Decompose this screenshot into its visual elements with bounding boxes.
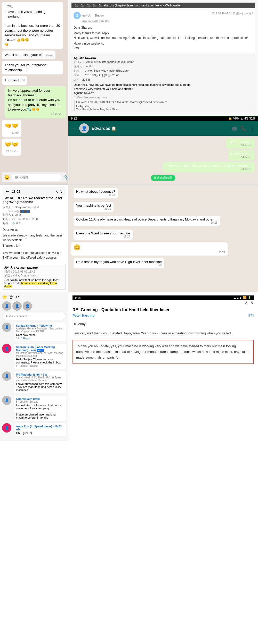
down-icon[interactable]: ∨ bbox=[251, 300, 254, 306]
message-time: 18:35 bbox=[76, 193, 115, 196]
avatar: 👤 bbox=[23, 301, 32, 311]
email-body: Hi Jenny, I am very well thank you. Bela… bbox=[72, 321, 254, 336]
more-icon[interactable]: ⋮ bbox=[250, 125, 254, 131]
sender-row: Peter Harding 详情 bbox=[72, 313, 254, 318]
message-text: Thank you for your fantastic relationshi… bbox=[5, 63, 60, 72]
message-text: I'm very appreciated for your feedback T… bbox=[8, 88, 63, 112]
message-emoji: 🤜🤝 bbox=[5, 122, 19, 130]
down-icon[interactable]: ∨ bbox=[60, 189, 63, 194]
message-time: 21:49 ✓✓ bbox=[8, 112, 63, 116]
comment-text: Ghanshyam patel 5 · Enable · 1m ago I wo… bbox=[14, 396, 66, 421]
email-laser-panel: ← 18:02 ∧ ∨ FW: RE: RE: Re:we received t… bbox=[0, 185, 68, 292]
virus-free: 🛡 Virus-free www.avast.com bbox=[74, 96, 253, 99]
list-item: Hello Edvardas. 14:14 ✓✓ bbox=[226, 138, 255, 149]
body-name: Petr bbox=[74, 46, 253, 50]
list-item: Thank you for your fantastic relationshi… bbox=[2, 61, 63, 74]
list-item: 🤜🤝 21:50 bbox=[2, 120, 21, 137]
agustin-cc: 抄送： Javier Baschwitz <javier@brs...es> bbox=[74, 69, 253, 73]
wa-messages: Hello Edvardas. 14:14 ✓✓ How aee you? 14… bbox=[68, 136, 258, 184]
message-text: We all appreciate your efforts....: bbox=[5, 53, 53, 57]
list-item: 👤 Md Masudui Islam · 1st Sheet Metal Mol… bbox=[2, 371, 66, 393]
more-icon[interactable]: ⋮ bbox=[21, 294, 25, 299]
message-time: 21:52 ✓✓ bbox=[5, 149, 19, 153]
body-greeting: Dear Sharon, bbox=[74, 25, 253, 30]
status-icons: 🔒 VPN ▲ 4G 31% bbox=[228, 117, 255, 120]
comment-text: Anita Zou (LoSpeed Laser) · 10:32 AM Oh.… bbox=[14, 423, 66, 436]
message-time: 19:24 bbox=[74, 251, 225, 254]
back-arrow[interactable]: ← bbox=[72, 126, 77, 131]
back-arrow[interactable]: ← bbox=[72, 300, 77, 306]
right-panel: RE: RE: RE: RE: RE: sharon@lospeedlaser.… bbox=[68, 0, 258, 184]
email-nav-bar: ← 18:02 ∧ ∨ bbox=[3, 187, 66, 196]
comment-actions: 5 · Enable · 1d ago bbox=[16, 365, 64, 367]
avatar: 👤 bbox=[2, 423, 11, 433]
battery-icon: 🔋 bbox=[248, 296, 251, 299]
to-label: 收件人： bbox=[82, 14, 94, 17]
list-item: I'm a first in my region who have High-l… bbox=[74, 258, 164, 268]
back-arrow[interactable]: ← bbox=[5, 189, 10, 194]
wa-header: ← 👤 Edvardas 📋 📹 📞 ⋮ bbox=[68, 121, 258, 136]
up-icon[interactable]: ∧ bbox=[245, 300, 248, 306]
agustin-body: Dear Anita, now that we have the right f… bbox=[74, 83, 253, 95]
email-date-mini: 2019-08-19 02:02:25 (星一) 约时对? bbox=[211, 12, 253, 19]
call-icon[interactable]: 📞 bbox=[240, 125, 246, 131]
email-date: 时间： 2018年7月1日 22:20 bbox=[3, 217, 66, 221]
avatar: 👤 bbox=[2, 323, 11, 332]
email-laser-body: Dear Anita, We made already many tests, … bbox=[3, 227, 66, 260]
list-item: Hi, what about frequency? 18:35 bbox=[74, 188, 118, 198]
status-bar: 9:18 ▲▲▲ 📶 🔋 bbox=[72, 295, 254, 300]
comment-body: I would like to inform you that I am a c… bbox=[16, 404, 64, 419]
commenter-role: Sheet Metal Mold, Plastic Mold & Spare p… bbox=[16, 376, 64, 382]
add-comment-input[interactable]: Add a comment... bbox=[2, 313, 66, 320]
list-item: 🤝🤝 21:52 ✓✓ bbox=[2, 139, 21, 156]
avatar: S bbox=[74, 12, 81, 19]
video-icon[interactable]: 📹 bbox=[231, 125, 237, 131]
sender-name: Peter Harding bbox=[72, 313, 94, 317]
email-reply: On Wed, Feb 28, 2018 at 11:47 AM, anita … bbox=[74, 100, 253, 111]
nav-up-down: ∧ ∨ bbox=[55, 189, 63, 194]
section-bottom: ⭐ 🗑 ↩ ⋮ 👤 👤 👤 Add a comment... 👤 Sanjay … bbox=[0, 292, 258, 441]
list-item: How aee you? 14:14 ✓✓ bbox=[228, 150, 255, 160]
body-line1: Many thanks for fast reply. bbox=[74, 31, 253, 36]
list-item: I'm very appreciated for your feedback T… bbox=[5, 86, 66, 118]
emoji-icon[interactable]: 😊 bbox=[4, 175, 10, 180]
list-item: Your machine is perfect 19:21 bbox=[74, 202, 114, 212]
star-icon[interactable]: ⭐ bbox=[2, 294, 7, 299]
highlight-text: To give you an update, yes, your machine… bbox=[76, 344, 248, 359]
comment-body: Oh... great :) bbox=[16, 431, 64, 435]
facebook-comments-panel: ⭐ 🗑 ↩ ⋮ 👤 👤 👤 Add a comment... 👤 Sanjay … bbox=[0, 292, 68, 441]
section-mid: ← 18:02 ∧ ∨ FW: RE: RE: Re:we received t… bbox=[0, 184, 258, 292]
commenter-name: Sanjay Sharma · Following bbox=[16, 324, 64, 327]
email-header: RE: RE: RE: RE: RE: sharon@lospeedlaser.… bbox=[71, 3, 255, 8]
list-item: October 11 Already have a visit Heads of… bbox=[74, 216, 220, 226]
comment-text: Sanjay Sharma · Following Assistant Gene… bbox=[14, 323, 66, 341]
reply-link[interactable]: 1 Reply bbox=[21, 337, 30, 340]
message-time: 14:14 ✓✓ bbox=[231, 156, 252, 159]
message-time: 19:24 bbox=[76, 235, 130, 238]
commenter-name: Md Masudui Islam · 1st bbox=[16, 373, 64, 376]
list-item: Everyone Want to see your machine 19:24 bbox=[74, 230, 133, 240]
comment-text: Sharon Guan (Laser Marking Machine) · Yo… bbox=[14, 344, 66, 369]
list-item: 👤 Sharon Guan (Laser Marking Machine) · … bbox=[2, 344, 66, 369]
trash-icon[interactable]: 🗑 bbox=[9, 295, 13, 299]
comment-body: I have purchased from this company. They… bbox=[16, 382, 64, 392]
chat-input[interactable] bbox=[12, 174, 61, 181]
commenter-name: Anita Zou (LoSpeed Laser) · 10:32 AM bbox=[16, 425, 64, 431]
email-laser-sub: 发件人：Agustin Navarro 时间：2018-03-01 11:46 … bbox=[3, 264, 66, 290]
reply-icon[interactable]: ↩ bbox=[15, 294, 19, 299]
avatar: 👤 bbox=[2, 301, 11, 311]
highlight-text: the machine is working like a dream bbox=[4, 282, 57, 288]
email-greeting-panel: 9:18 ▲▲▲ 📶 🔋 ← ∧ ∨ RE: Greeting - Quotat… bbox=[68, 292, 258, 441]
message-emoji: 😊 bbox=[74, 244, 80, 251]
message-sender: Emily, bbox=[5, 4, 60, 9]
up-icon[interactable]: ∧ bbox=[55, 189, 58, 194]
email-subject: FW: RE: RE: Re:we received the laser eng… bbox=[3, 196, 66, 204]
body-line2: Next week, we will continue our testing.… bbox=[74, 36, 253, 40]
status-bar: 9:22 🔒 VPN ▲ 4G 31% bbox=[68, 116, 258, 121]
list-item: We all appreciate your efforts....: bbox=[2, 50, 55, 59]
detail-link[interactable]: 详情 bbox=[248, 313, 254, 318]
fb-toolbar: ⭐ 🗑 ↩ ⋮ bbox=[2, 294, 66, 299]
commenter-role: Marketing Development at Laser Marking M… bbox=[16, 352, 64, 357]
comment-meta: 5 · Enable · 1m ago bbox=[16, 400, 64, 403]
agustin-to: 收件人： anita bbox=[74, 65, 253, 69]
